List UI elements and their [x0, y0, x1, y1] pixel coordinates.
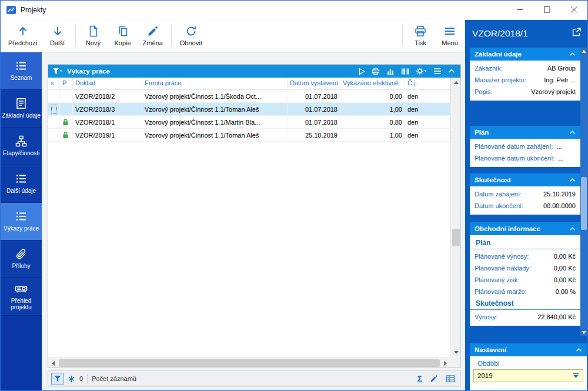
refresh-button[interactable]: Obnovit [175, 19, 208, 52]
form-icon [15, 98, 27, 109]
new-document-icon [88, 25, 99, 37]
filter-icon[interactable] [52, 68, 63, 75]
horizontal-scroll-thumb[interactable] [59, 359, 440, 367]
printer-icon[interactable] [372, 68, 380, 75]
sidebar-item-seznam[interactable]: Seznam [1, 52, 42, 90]
table-row[interactable]: VZOR/2018/1 Vzorový projekt/Činnost 1.1/… [48, 116, 450, 129]
cell-datum: 25.10.2019 [288, 129, 340, 141]
work-reports-grid: Výkazy práce s P Doklad Fronta práce Dat… [48, 64, 461, 368]
next-button[interactable]: Další [43, 19, 72, 52]
cell-p [60, 90, 73, 102]
print-button[interactable]: Tisk [406, 19, 435, 52]
play-icon[interactable] [358, 68, 365, 75]
cell-s [48, 116, 60, 128]
column-header-doklad[interactable]: Doklad [73, 78, 142, 89]
previous-button[interactable]: Předchozí [3, 19, 43, 52]
scroll-up-arrow[interactable] [451, 78, 461, 88]
sidebar: Seznam Základní údaje Etapy/činnosti Dal… [1, 52, 42, 390]
chevron-up-icon[interactable] [569, 131, 576, 135]
chart-icon[interactable] [386, 68, 395, 75]
scroll-down-arrow[interactable] [451, 347, 461, 357]
section-header[interactable]: Nastavení [470, 343, 587, 356]
collapse-chevron-icon[interactable] [448, 69, 455, 73]
filter-toggle-button[interactable] [51, 373, 64, 385]
section-header[interactable]: Obchodní informace [470, 222, 580, 235]
copy-button[interactable]: Kopie [108, 19, 138, 52]
close-button[interactable] [560, 1, 587, 19]
chevron-up-icon[interactable] [576, 348, 582, 352]
pencil-icon [147, 25, 159, 37]
table-row[interactable]: VZOR/2019/1 Vzorový projekt/Činnost 1.1/… [48, 129, 450, 142]
printer-icon [414, 25, 427, 37]
horizontal-scrollbar[interactable] [48, 357, 450, 367]
cell-cj: den [405, 103, 450, 115]
maximize-button[interactable] [533, 1, 560, 19]
columns-icon[interactable] [401, 68, 409, 75]
cell-p [60, 116, 73, 128]
chevron-up-icon[interactable] [569, 178, 576, 182]
menu-button[interactable]: Menu [435, 19, 465, 52]
sidebar-item-prilohy[interactable]: Přílohy [1, 240, 42, 278]
scrollbar-corner [450, 357, 460, 367]
grid-titlebar: Výkazy práce [48, 65, 460, 78]
column-header-s[interactable]: s [48, 78, 60, 89]
new-button[interactable]: Nový [79, 19, 108, 52]
section-title: Obchodní informace [475, 225, 540, 232]
snowflake-icon[interactable] [68, 375, 75, 383]
vertical-scroll-thumb[interactable] [452, 229, 460, 246]
detail-header: VZOR/2018/1 [465, 20, 588, 47]
scroll-up-arrow[interactable] [580, 48, 587, 55]
minimize-button[interactable] [506, 1, 533, 19]
toolbar: Předchozí Další Nový Kopie Změna Obnovit… [1, 19, 465, 52]
sum-icon[interactable]: Σ [417, 375, 422, 383]
section-header[interactable]: Základní údaje [470, 48, 580, 61]
table-row-selected[interactable]: VZOR/2018/3 Vzorový projekt/Činnost 1.1/… [48, 103, 450, 116]
sidebar-item-label: Výkazy práce [2, 225, 40, 232]
scroll-right-arrow[interactable] [440, 358, 450, 368]
grid-column-headers: s P Doklad Fronta práce Datum vystavení … [48, 78, 450, 90]
section-header[interactable]: Plán [470, 126, 580, 139]
period-select[interactable]: 2019 [473, 369, 583, 382]
field-label: Plánovaný zisk: [475, 276, 519, 283]
column-header-fronta-prace[interactable]: Fronta práce [142, 78, 288, 89]
column-header-datum-vystaveni[interactable]: Datum vystavení [288, 78, 340, 89]
field-label: Plánované datum zahájení: [475, 143, 553, 150]
detail-scrollbar[interactable] [580, 48, 587, 336]
sidebar-item-prehled-projektu[interactable]: Přehled projektu [1, 278, 42, 316]
field-value: 0,00 % [553, 288, 576, 295]
sidebar-item-label: Další údaje [5, 188, 37, 195]
grid-edit-icon[interactable] [446, 375, 455, 383]
scroll-left-arrow[interactable] [48, 358, 58, 368]
popout-icon[interactable] [572, 28, 581, 36]
list-icon [15, 173, 27, 185]
section-title: Nastavení [475, 346, 506, 353]
sidebar-item-zakladni-udaje[interactable]: Základní údaje [1, 90, 42, 128]
column-header-cj[interactable]: Č.j. [405, 78, 450, 89]
section-header[interactable]: Skutečnost [470, 173, 580, 186]
edit-pencil-icon[interactable] [430, 375, 438, 383]
chevron-up-icon[interactable] [569, 227, 576, 231]
table-row[interactable]: VZOR/2018/2 Vzorový projekt/Činnost 1.1/… [48, 90, 450, 103]
cell-fronta: Vzorový projekt/Činnost 1.1/Toman Aleš [142, 103, 288, 115]
gear-icon[interactable] [416, 67, 427, 75]
column-header-p[interactable]: P [60, 78, 73, 89]
field-value: ... [556, 155, 563, 162]
scroll-down-arrow[interactable] [580, 329, 587, 336]
org-chart-icon [15, 135, 27, 147]
vertical-scrollbar[interactable] [450, 78, 460, 357]
column-header-vykazano[interactable]: Vykázáno efektivně [340, 78, 405, 89]
section-title: Základní údaje [475, 51, 522, 58]
chevron-up-icon[interactable] [569, 52, 576, 56]
sidebar-item-vykazy-prace[interactable]: Výkazy práce [1, 203, 42, 240]
cell-doklad: VZOR/2018/1 [73, 116, 142, 128]
sidebar-item-etapy-cinnosti[interactable]: Etapy/činnosti [1, 128, 42, 165]
section-obchodni-informace: Obchodní informace Plán Plánované výnosy… [470, 222, 580, 326]
change-button[interactable]: Změna [138, 19, 168, 52]
sidebar-item-dalsi-udaje[interactable]: Další údaje [1, 165, 42, 203]
detail-scroll-thumb[interactable] [581, 177, 587, 230]
hamburger-icon [444, 25, 456, 37]
cell-p [60, 103, 73, 115]
app-icon [6, 6, 16, 14]
toolbar-separator [75, 25, 76, 46]
hamburger-icon[interactable] [433, 68, 442, 75]
